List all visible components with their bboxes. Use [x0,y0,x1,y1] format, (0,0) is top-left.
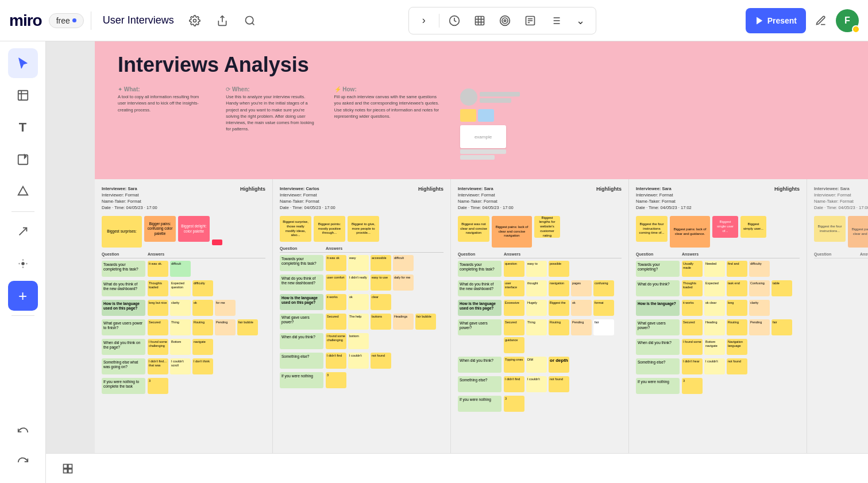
date-time-1: Date · Time: 04/05/23 · 17:00 [102,205,157,210]
plan-badge[interactable]: free [49,13,84,28]
present-button[interactable]: Present [746,8,806,33]
question-2-2: What do you think of the new dashboard? [280,275,323,291]
interview-panel-4: Interviewee: Sara Interviewer: Format Na… [629,179,807,483]
ans-1-5-3: navigate [192,339,213,355]
question-2-5: When did you think? [280,333,323,349]
question-3-6: Something else? [458,376,501,392]
board-title[interactable]: User Interviews [98,14,179,26]
answers-2-4: Secured The help buttons Headings fair b… [326,314,443,330]
sticky-highlights-2: Biggest surprise, those really modify id… [280,216,443,242]
answers-4-6: I didn't hear I couldn't not found [682,358,800,374]
ans-3-4-6: guidance [504,337,524,353]
share-button[interactable] [213,11,232,30]
question-3-4: What gave users power? [458,319,501,335]
instruction-how: ⚡ How: Fill up each interview canvas wit… [334,86,442,160]
tool-undo[interactable] [8,416,38,446]
table-row-1-6: Something else what was going on? I didn… [102,358,265,374]
instruction-what: ✦ What: A tool to copy all information r… [118,86,207,160]
interviewer-info-2: Interviewee: Carlos Interviewer: Format … [280,186,335,211]
ans-2-2-1: user comfort [326,275,346,291]
svg-rect-37 [68,469,72,473]
tool-frame[interactable] [8,80,38,110]
col-question-1: Question [102,252,148,256]
sticky-h2-3: Biggest to give, more people to provide.… [348,216,379,242]
answers-2-6: I didn't find I couldn't not found [326,353,443,369]
ans-1-4-5: fair bubble [237,319,258,335]
tool-redo[interactable] [8,446,38,476]
sticky-h5-2: Biggest pains: lack of clear and guidanc… [848,216,868,248]
interviewer-info-3: Interviewee: Sara Interviewer: Format Na… [458,186,514,211]
plan-label: free [56,16,70,25]
chevron-right-button[interactable]: › [414,10,434,31]
svg-rect-5 [475,16,484,25]
question-4-4: What gave users power? [636,319,680,335]
tool-sticky[interactable] [8,145,38,175]
table-row-2-5: When did you think? I found some challen… [280,333,443,349]
ans-2-6-1: I didn't find [326,353,346,369]
ans-2-4-4: Headings [393,314,414,330]
interviewee-label-2: Interviewee: Carlos [280,186,335,191]
navbar-tools [186,11,259,30]
format-label-2: Interviewer: Format [280,192,335,198]
svg-rect-24 [18,91,28,101]
format-label-5: Interviewer: Format [814,192,868,198]
ans-4-3-2: ok clear [704,300,725,316]
table-row-4-7: If you were nothing 3 [636,378,800,394]
question-1-6: Something else what was going on? [102,358,145,374]
tool-add[interactable]: + [8,281,38,311]
sticky-highlights-4: Biggest the four instructions coming tim… [636,216,800,248]
answers-1-1: It was ok. difficult [148,261,265,277]
sticky-h3-3: Biggest lengths for website's customer r… [534,216,560,238]
collab-pencil-button[interactable] [811,10,831,31]
ans-2-4-2: The help [348,314,369,330]
svg-point-2 [245,16,253,24]
table-header-4: Question Answers [636,252,800,258]
pink-sticky-mini [496,109,512,122]
user-avatar[interactable]: F ⚡ [836,9,859,32]
ans-4-2-4: Confusing [749,280,770,296]
ans-4-4-4: Pending [749,319,770,335]
navbar-center: › [266,7,739,34]
ans-4-5-3: Navigation language [727,339,747,355]
frame-button[interactable] [469,10,490,31]
tool-select[interactable] [8,48,38,78]
canvas-area[interactable]: Interviews Analysis ✦ What: A tool to co… [46,41,868,483]
tool-text[interactable]: T [8,113,38,142]
more-button[interactable]: ⌄ [570,10,591,31]
search-button[interactable] [241,11,259,30]
table-row-3-2: What do you think of the new dashboard? … [458,280,622,296]
ans-3-2-5: confusing [593,280,614,296]
timer-button[interactable] [444,10,465,31]
ans-4-2-5: table [771,280,792,296]
question-1-1: Towards your completing this task? [102,261,145,277]
target-button[interactable] [495,10,515,31]
name-taker-5: Name-Taker: Format [814,199,868,204]
tool-shapes[interactable] [8,177,38,207]
answers-3-5: Tipping ones DIM or depth [504,357,622,373]
notes-button[interactable] [520,10,541,31]
center-toolbar: › [408,7,596,34]
table-row-3-1: Towards your completing this task? quest… [458,261,622,277]
svg-point-32 [18,263,20,265]
sidebar-divider-1 [11,211,34,212]
col-question-3: Question [458,252,504,256]
settings-button[interactable] [186,11,204,30]
ans-2-2-2: I didn't really [348,275,369,291]
list-button[interactable] [545,10,566,31]
bar-preview-2 [480,98,511,103]
ans-4-4-1: Secured [682,319,703,335]
sticky-h4-4: Biggest simply user... [740,216,766,238]
sticky-biggest-surprises: Biggest surprises: [102,216,142,248]
tool-arrow[interactable] [8,217,38,246]
tool-dot[interactable] [8,249,38,279]
panels-view-button[interactable] [57,458,78,479]
svg-point-29 [21,262,25,265]
ans-2-4-1: Secured [326,314,346,330]
date-time-3: Date · Time: 04/05/23 · 17:00 [458,205,514,210]
table-row-2-2: What do you think of the new dashboard? … [280,275,443,291]
table-row-1-3: How is the language used on this page? l… [102,300,265,316]
sticky-pain-1: Bigger pains: confusing color palette [144,216,176,242]
ans-4-6-3: not found [727,358,747,374]
sticky-highlights-5: Biggest the four instructions... Biggest… [814,216,868,248]
name-taker-4: Name-Taker: Format [636,199,692,204]
